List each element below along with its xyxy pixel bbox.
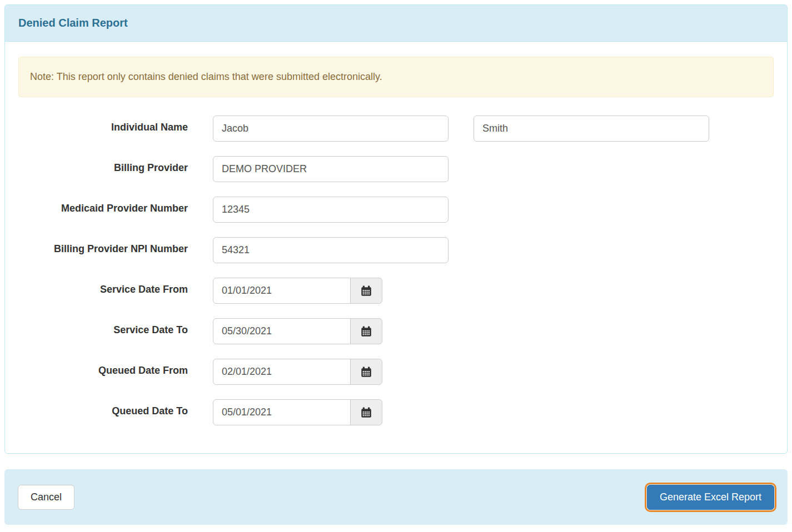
service-date-from-input[interactable] bbox=[213, 278, 351, 304]
note-text: Note: This report only contains denied c… bbox=[30, 71, 382, 82]
form-row-queued-date-from: Queued Date From bbox=[18, 359, 774, 385]
service-date-from-calendar-button[interactable] bbox=[350, 278, 382, 304]
form-row-service-date-to: Service Date To bbox=[18, 318, 774, 344]
panel-header: Denied Claim Report bbox=[5, 5, 787, 42]
individual-first-name-input[interactable] bbox=[213, 116, 449, 142]
form-row-medicaid-provider-number: Medicaid Provider Number bbox=[18, 197, 774, 223]
billing-provider-input[interactable] bbox=[213, 156, 449, 182]
service-date-to-label: Service Date To bbox=[18, 318, 188, 336]
service-date-to-input[interactable] bbox=[213, 318, 351, 344]
footer-action-bar: Cancel Generate Excel Report bbox=[4, 469, 788, 525]
service-date-to-calendar-button[interactable] bbox=[350, 318, 382, 344]
service-date-to-group bbox=[213, 318, 382, 344]
queued-date-to-label: Queued Date To bbox=[18, 399, 188, 417]
panel-body: Note: This report only contains denied c… bbox=[5, 42, 787, 453]
form-row-service-date-from: Service Date From bbox=[18, 278, 774, 304]
queued-date-from-input[interactable] bbox=[213, 359, 351, 385]
form-row-queued-date-to: Queued Date To bbox=[18, 399, 774, 425]
page-title: Denied Claim Report bbox=[18, 17, 774, 29]
note-banner: Note: This report only contains denied c… bbox=[18, 57, 774, 97]
calendar-icon bbox=[361, 326, 372, 337]
service-date-from-group bbox=[213, 278, 382, 304]
queued-date-from-label: Queued Date From bbox=[18, 359, 188, 377]
calendar-icon bbox=[361, 285, 372, 297]
queued-date-from-group bbox=[213, 359, 382, 385]
queued-date-to-calendar-button[interactable] bbox=[350, 399, 382, 425]
calendar-icon bbox=[361, 407, 372, 418]
queued-date-from-calendar-button[interactable] bbox=[350, 359, 382, 385]
queued-date-to-input[interactable] bbox=[213, 399, 351, 425]
billing-provider-label: Billing Provider bbox=[18, 156, 188, 174]
queued-date-to-group bbox=[213, 399, 382, 425]
form-row-individual-name: Individual Name bbox=[18, 116, 774, 142]
medicaid-provider-number-label: Medicaid Provider Number bbox=[18, 197, 188, 214]
billing-provider-npi-input[interactable] bbox=[213, 237, 449, 263]
denied-claim-report-panel: Denied Claim Report Note: This report on… bbox=[4, 4, 788, 454]
individual-last-name-input[interactable] bbox=[474, 116, 709, 142]
calendar-icon bbox=[361, 367, 372, 378]
cancel-button[interactable]: Cancel bbox=[18, 485, 74, 510]
form-row-billing-provider: Billing Provider bbox=[18, 156, 774, 182]
individual-name-label: Individual Name bbox=[18, 116, 188, 133]
generate-excel-report-button[interactable]: Generate Excel Report bbox=[647, 485, 774, 510]
service-date-from-label: Service Date From bbox=[18, 278, 188, 295]
form-row-billing-provider-npi: Billing Provider NPI Number bbox=[18, 237, 774, 263]
billing-provider-npi-label: Billing Provider NPI Number bbox=[18, 237, 188, 255]
medicaid-provider-number-input[interactable] bbox=[213, 197, 449, 223]
